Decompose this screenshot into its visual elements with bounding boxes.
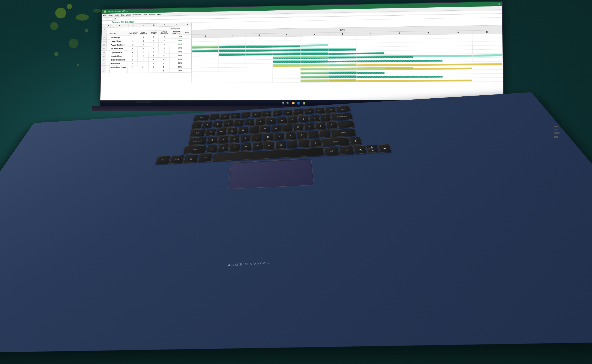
key-f4[interactable]: F4 (241, 112, 251, 118)
key-backslash[interactable]: \ (337, 120, 355, 128)
key-left[interactable]: ◀ (354, 145, 367, 154)
key-del[interactable]: Delete (336, 106, 351, 112)
svg-point-3 (76, 14, 89, 21)
key-o[interactable]: O (293, 123, 304, 131)
key-backtick[interactable]: ` (191, 122, 202, 129)
key-f[interactable]: F (240, 134, 251, 142)
window-title: Project Planner - Excel (108, 10, 128, 13)
key-slash[interactable]: / (310, 139, 322, 147)
key-b[interactable]: B (252, 142, 263, 150)
key-f1[interactable]: F1 (209, 114, 220, 120)
search-icon[interactable]: 🔍 (286, 102, 289, 105)
key-0[interactable]: 0 (298, 116, 309, 123)
percent-cell: 85% (169, 53, 183, 57)
key-g[interactable]: G (252, 134, 262, 142)
key-s[interactable]: S (218, 136, 229, 143)
close-btn[interactable]: ✕ (498, 3, 500, 5)
key-rbracket[interactable]: ] (326, 121, 338, 129)
minimize-btn[interactable]: ─ (491, 3, 493, 5)
key-f3[interactable]: F3 (230, 112, 241, 119)
key-right[interactable]: ▶ (378, 144, 392, 153)
key-alt-r[interactable]: Alt (324, 147, 339, 155)
maximize-btn[interactable]: □ (495, 3, 496, 5)
key-minus[interactable]: - (309, 115, 320, 122)
percent-cell: 50% (169, 61, 183, 65)
key-capslock[interactable]: Caps Lock (188, 137, 207, 145)
key-f12[interactable]: F12 (325, 107, 336, 113)
key-d[interactable]: D (229, 135, 240, 143)
key-e[interactable]: E (227, 127, 237, 135)
key-l[interactable]: L (297, 131, 308, 139)
key-ctrl-l[interactable]: Ctrl (169, 155, 184, 164)
key-m[interactable]: M (275, 141, 286, 149)
key-enter[interactable]: Enter (331, 129, 356, 137)
key-c[interactable]: C (229, 143, 240, 151)
key-t[interactable]: T (249, 126, 259, 133)
key-tab[interactable]: Tab (190, 129, 206, 137)
key-v[interactable]: V (241, 143, 252, 151)
touchpad[interactable] (228, 159, 314, 189)
key-f8[interactable]: F8 (283, 109, 293, 116)
key-down-r[interactable]: ▼ (367, 149, 379, 153)
key-f9[interactable]: F9 (293, 109, 304, 115)
key-n[interactable]: N (264, 142, 274, 150)
edge-icon[interactable]: 🌀 (297, 101, 300, 104)
key-u[interactable]: U (271, 125, 281, 132)
key-alt-l[interactable]: Alt (198, 154, 212, 162)
key-rshift[interactable]: Shift (321, 137, 350, 146)
file-explorer-icon[interactable]: 📁 (292, 102, 295, 105)
key-period[interactable]: . (298, 140, 310, 148)
percent-cell: 25% (170, 35, 183, 39)
key-q[interactable]: Q (205, 129, 216, 136)
key-win[interactable]: ⊞ (184, 154, 198, 163)
svg-point-2 (50, 22, 58, 30)
key-y[interactable]: Y (260, 125, 270, 133)
key-lshift[interactable]: Shift (183, 145, 207, 154)
key-k[interactable]: K (285, 132, 296, 140)
col-header-rownum (102, 24, 107, 28)
excel-spreadsheet: 📗 Project Planner - Excel ─ □ ✕ File Hom… (100, 2, 503, 103)
key-4[interactable]: 4 (234, 119, 244, 126)
key-5[interactable]: 5 (244, 118, 255, 126)
key-esc[interactable]: Esc (194, 114, 209, 121)
key-backspace[interactable]: Backspace (331, 113, 353, 121)
key-ctrl-r[interactable]: Ctrl (339, 146, 354, 155)
key-h[interactable]: H (263, 133, 273, 141)
key-z[interactable]: Z (206, 144, 218, 153)
percent-cell: 10% (170, 50, 183, 54)
key-r[interactable]: R (238, 127, 248, 134)
key-quote[interactable]: ' (319, 130, 331, 138)
key-fn[interactable]: Fn (155, 156, 170, 164)
key-equals[interactable]: = (320, 114, 331, 121)
key-1[interactable]: 1 (202, 121, 213, 128)
key-a[interactable]: A (207, 136, 218, 144)
key-i[interactable]: I (282, 124, 292, 131)
key-3[interactable]: 3 (223, 120, 234, 127)
windows-start-icon[interactable]: ⊞ (281, 101, 284, 105)
key-up-r[interactable]: ▲ (366, 145, 378, 149)
key-up[interactable]: ▲ (349, 137, 362, 145)
key-7[interactable]: 7 (266, 117, 276, 124)
key-j[interactable]: J (274, 132, 285, 140)
key-p[interactable]: P (304, 123, 315, 130)
key-w[interactable]: W (216, 128, 227, 135)
data-table: A B C D E F G H 9 (101, 23, 192, 73)
key-f10[interactable]: F10 (304, 108, 314, 114)
key-x[interactable]: X (218, 144, 229, 152)
key-f11[interactable]: F11 (314, 107, 325, 114)
excel-taskbar-icon[interactable]: 📗 (303, 101, 306, 104)
key-9[interactable]: 9 (287, 116, 298, 123)
key-f5[interactable]: F5 (251, 111, 261, 117)
key-f2[interactable]: F2 (220, 113, 230, 119)
svg-point-7 (93, 9, 102, 13)
key-semicolon[interactable]: ; (308, 130, 319, 138)
key-6[interactable]: 6 (255, 118, 265, 125)
key-comma[interactable]: , (287, 140, 298, 148)
key-lbracket[interactable]: [ (315, 122, 326, 130)
name-box[interactable] (103, 17, 112, 20)
key-8[interactable]: 8 (277, 117, 287, 124)
key-2[interactable]: 2 (212, 120, 223, 128)
activity-cell: Breakdown Boxes (110, 65, 128, 69)
key-f6[interactable]: F6 (262, 110, 272, 117)
key-f7[interactable]: F7 (272, 110, 282, 116)
